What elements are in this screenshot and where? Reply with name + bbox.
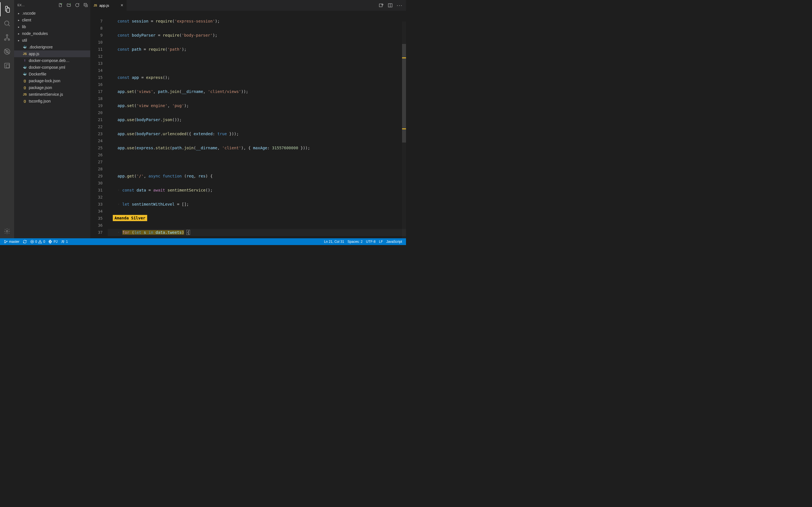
status-sync-icon[interactable] (21, 240, 29, 244)
folder-item[interactable]: ▸node_modules (14, 30, 90, 37)
activity-search-icon[interactable] (0, 16, 14, 31)
json-icon: {} (22, 86, 28, 89)
activity-bar (0, 0, 14, 238)
svg-point-3 (8, 39, 10, 40)
docker-icon: 🐳 (22, 66, 28, 69)
svg-point-9 (6, 230, 8, 232)
activity-explorer-icon[interactable] (0, 2, 14, 16)
activity-source-control-icon[interactable] (0, 31, 14, 45)
svg-line-6 (4, 49, 9, 54)
json-icon: {} (22, 79, 28, 82)
file-item[interactable]: JSsentimentService.js (14, 91, 90, 98)
file-item[interactable]: !docker-compose.deb… (14, 57, 90, 64)
new-file-icon[interactable] (58, 3, 63, 7)
js-icon: JS (22, 52, 28, 55)
svg-point-17 (6, 241, 7, 242)
tab-bar: JS app.js × ··· (90, 0, 406, 11)
file-item[interactable]: {}package-lock.json (14, 77, 90, 84)
svg-rect-7 (4, 63, 9, 68)
explorer-sidebar: EXPLORER ▸.vscode (14, 0, 90, 238)
new-folder-icon[interactable] (66, 3, 71, 7)
status-live-share-participants[interactable]: 1 (59, 240, 70, 244)
code-editor[interactable]: const session = require('express-session… (108, 11, 406, 238)
svg-point-0 (4, 21, 9, 25)
editor-tab[interactable]: JS app.js × (90, 0, 127, 11)
split-editor-icon[interactable] (388, 3, 393, 8)
explorer-title: EXPLORER (17, 3, 26, 7)
status-indent[interactable]: Spaces: 2 (346, 240, 364, 244)
file-tree: ▸.vscode ▸client ▸lib ▸node_modules ▸uti… (14, 10, 90, 238)
refresh-icon[interactable] (75, 3, 80, 7)
file-item[interactable]: JSapp.js (14, 50, 90, 57)
folder-item[interactable]: ▸lib (14, 23, 90, 30)
status-branch[interactable]: master (2, 240, 21, 244)
status-problems[interactable]: 0 0 (29, 240, 47, 244)
docker-icon: 🐳 (22, 45, 28, 49)
file-item[interactable]: {}tsconfig.json (14, 98, 90, 105)
status-cursor[interactable]: Ln 21, Col 31 (322, 240, 346, 244)
docker-icon: 🐳 (22, 72, 28, 76)
status-bar: master 0 0 PJ 1 Ln 21, Col 31 Spaces: (0, 238, 406, 245)
svg-point-22 (40, 242, 40, 243)
editor-area: JS app.js × ··· 789101112131415161718192… (90, 0, 406, 238)
activity-debug-icon[interactable] (0, 45, 14, 59)
svg-rect-8 (6, 65, 9, 68)
status-live-share-user[interactable]: PJ (47, 240, 59, 244)
live-share-author-badge: Amanda Silver (113, 215, 147, 221)
status-encoding[interactable]: UTF-8 (364, 240, 377, 244)
svg-point-12 (382, 4, 383, 5)
folder-item[interactable]: ▸util (14, 37, 90, 44)
yaml-alt-icon: ! (22, 59, 28, 62)
svg-point-16 (4, 242, 5, 243)
activity-live-share-icon[interactable] (0, 59, 14, 73)
js-icon: JS (22, 93, 28, 96)
status-eol[interactable]: LF (377, 240, 385, 244)
file-item[interactable]: 🐳docker-compose.yml (14, 64, 90, 71)
json-icon: {} (22, 100, 28, 103)
svg-point-15 (4, 240, 5, 241)
tab-filename: app.js (99, 3, 109, 8)
js-icon: JS (94, 4, 97, 7)
file-item[interactable]: 🐳Dockerfile (14, 71, 90, 77)
status-language[interactable]: JavaScript (385, 240, 404, 244)
more-icon[interactable]: ··· (397, 3, 403, 8)
svg-point-2 (4, 39, 6, 40)
toggle-word-wrap-icon[interactable] (378, 3, 384, 8)
folder-item[interactable]: ▸.vscode (14, 10, 90, 17)
close-icon[interactable]: × (121, 3, 123, 8)
minimap-scrollbar[interactable] (402, 21, 406, 238)
svg-point-24 (62, 240, 63, 242)
file-item[interactable]: {}package.json (14, 84, 90, 91)
collapse-all-icon[interactable] (84, 3, 88, 7)
svg-point-1 (6, 35, 8, 36)
activity-settings-icon[interactable] (0, 224, 14, 238)
explorer-header: EXPLORER (14, 0, 90, 10)
svg-point-25 (63, 240, 64, 241)
folder-item[interactable]: ▸client (14, 17, 90, 23)
file-item[interactable]: 🐳.dockerignore (14, 44, 90, 50)
line-gutter: 7891011121314151617181920212223242526272… (90, 11, 108, 238)
